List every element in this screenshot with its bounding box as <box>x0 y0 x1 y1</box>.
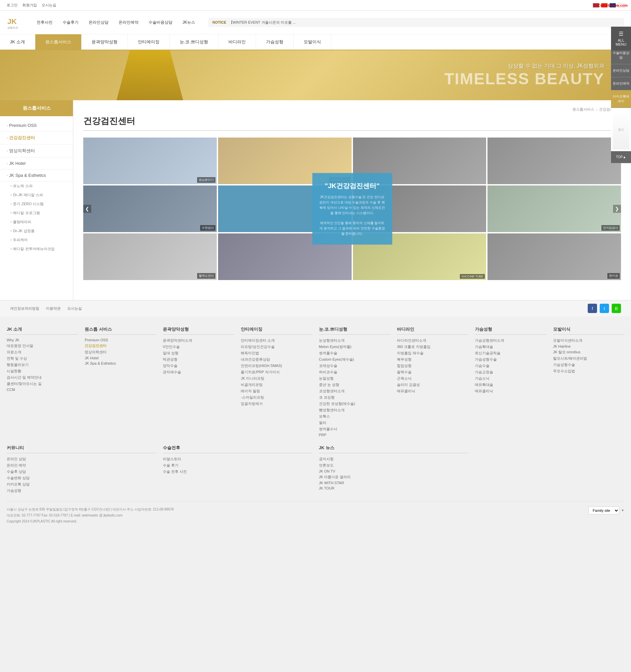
footer-link-health[interactable]: 건강검진센터 <box>84 343 156 348</box>
photo-nav-left[interactable]: ❮ <box>83 205 91 213</box>
footer-facial-4[interactable]: 양악수술 <box>163 363 234 368</box>
footer-link-medical[interactable]: 의료소개 <box>7 350 78 355</box>
footer-link-call-center[interactable]: 콜센터/찾아오시는 길 <box>7 381 78 386</box>
footer-jknews-1[interactable]: 언론보도 <box>319 463 468 468</box>
directions-link[interactable]: 오시는길 <box>42 3 56 8</box>
footer-anti-0[interactable]: 안티에이징센터 소개 <box>241 338 312 343</box>
sidebar-hotel[interactable]: · JK Hotel <box>0 158 73 169</box>
footer-hair-2[interactable]: JK 탈모 omnibus <box>553 350 624 355</box>
footer-anti-5[interactable]: 물기치료/PRP 자가이식 <box>241 369 312 375</box>
register-link[interactable]: 회원가입 <box>22 3 37 8</box>
sidebar-sub-5[interactable]: − Dr-JK 샵정품 <box>0 226 73 235</box>
nav-hair[interactable]: 모발이식 <box>294 34 331 50</box>
footer-body-5[interactable]: 팔목수술 <box>397 369 468 375</box>
footer-link-why-jk[interactable]: Why JK <box>7 338 78 342</box>
footer-link-hours[interactable]: 검사시간 및 예약안내 <box>7 375 78 380</box>
footer-eyes-9[interactable]: 코 코성형 <box>319 395 390 400</box>
footer-eyes-4[interactable]: 코재성수술 <box>319 363 390 368</box>
facebook-icon[interactable]: f <box>588 304 597 313</box>
nav-news[interactable]: JK뉴스 <box>183 20 195 25</box>
footer-breast-5[interactable]: 가슴교정술 <box>475 369 546 375</box>
footer-body-1[interactable]: 360 크롤로 지방흡입 <box>397 344 468 349</box>
nav-reserve[interactable]: 온라인예약 <box>119 20 139 25</box>
nav-breast[interactable]: 가슴성형 <box>256 34 294 50</box>
footer-breast-6[interactable]: 가슴소닉 <box>475 376 546 381</box>
footer-eyes-14[interactable]: 쌍꺼풀수사 <box>319 427 390 432</box>
footer-eyes-10[interactable]: 건강한 코성형(재수술) <box>319 401 390 406</box>
footer-eyes-6[interactable]: 눈알성형 <box>319 376 390 381</box>
footer-community-2[interactable]: 수술후 상담 <box>7 469 156 474</box>
footer-jknews-5[interactable]: JK TOUR <box>319 486 468 490</box>
footer-jknews-2[interactable]: JK ON TV <box>319 469 468 473</box>
twitter-icon[interactable]: t <box>600 304 609 313</box>
sidebar-online-consult[interactable]: 온라인상담 <box>611 64 631 77</box>
footer-breast-3[interactable]: 가슴성형수술 <box>475 357 546 362</box>
footer-link-gallery[interactable]: 행동올리보기 <box>7 362 78 367</box>
footer-body-3[interactable]: 복부성형 <box>397 357 468 362</box>
footer-eyes-7[interactable]: 중년 눈 성형 <box>319 382 390 387</box>
footer-body-8[interactable]: 매유클리닉 <box>397 389 468 393</box>
footer-breast-7[interactable]: 매유확대술 <box>475 382 546 387</box>
footer-facial-3[interactable]: 턱관성형 <box>163 357 234 362</box>
nav-one-stop[interactable]: 원스톱서비스 <box>35 34 81 50</box>
footer-link-director[interactable]: 대표원장 인사말 <box>7 343 78 348</box>
footer-breast-8[interactable]: 매유클리닉 <box>475 389 546 393</box>
footer-hair-5[interactable]: 무모수소입법 <box>553 369 624 374</box>
footer-community-3[interactable]: 수술변화 상담 <box>7 476 156 481</box>
sidebar-health-center[interactable]: · 건강검진센터 <box>0 131 73 145</box>
blog-icon[interactable]: B <box>612 304 621 313</box>
sidebar-online-reserve[interactable]: 온라인예약 <box>611 77 631 90</box>
footer-surgery-0[interactable]: 리얼스토리 <box>163 457 312 461</box>
family-site-dropdown[interactable]: Family site Scalp Care <box>588 506 620 514</box>
footer-breast-2[interactable]: 최신기술공릭술 <box>475 351 546 356</box>
footer-eyes-13[interactable]: 필러 <box>319 420 390 425</box>
footer-link-facility[interactable]: 시설현황 <box>7 369 78 374</box>
footer-terms[interactable]: 이용약관 <box>46 306 60 311</box>
sidebar-sub-1[interactable]: − Dr-JK 메디칼 스파 <box>0 190 73 199</box>
footer-community-5[interactable]: 가슴성형 <box>7 488 156 493</box>
photo-nav-right[interactable]: ❯ <box>613 205 621 213</box>
sidebar-sub-7[interactable]: − 메디칼 컨투어메뉴아크업 <box>0 244 73 254</box>
footer-eyes-12[interactable]: 보톡스 <box>319 414 390 419</box>
footer-hair-1[interactable]: JK Hairline <box>553 344 624 348</box>
footer-eyes-0[interactable]: 눈성형센터소개 <box>319 338 390 343</box>
nav-about[interactable]: JK 소개 <box>0 34 35 50</box>
footer-jknews-3[interactable]: JK 아름다운 갤러리 <box>319 475 468 480</box>
nav-body[interactable]: 바디라인 <box>218 34 256 50</box>
nav-antiaging[interactable]: 안티에이징 <box>128 34 170 50</box>
nav-review[interactable]: 수술후기 <box>63 20 79 25</box>
footer-breast-4[interactable]: 가슴수술 <box>475 363 546 368</box>
footer-community-1[interactable]: 온라인 예약 <box>7 463 156 468</box>
footer-anti-1[interactable]: 리프팅/성인건강수술 <box>241 344 312 349</box>
footer-anti-8[interactable]: 레이저 필링 <box>241 389 312 393</box>
footer-eyes-3[interactable]: Custom Eyes(재수술) <box>319 357 390 362</box>
footer-breast-1[interactable]: 가슴확대술 <box>475 344 546 349</box>
footer-privacy[interactable]: 개인정보처리방침 <box>10 306 39 311</box>
footer-link-hotel[interactable]: JK Hotel <box>84 356 156 360</box>
footer-eyes-5[interactable]: 하비코수술 <box>319 369 390 375</box>
footer-body-2[interactable]: 지방흡입 재수술 <box>397 351 468 356</box>
footer-link-radiology[interactable]: 영상의학센터 <box>84 350 156 355</box>
footer-hair-scalp[interactable]: 가슴성형수술 <box>553 362 624 367</box>
sidebar-sub-3[interactable]: − 메디칼 프로그램 <box>0 209 73 217</box>
footer-facial-0[interactable]: 윤곽양악센터소개 <box>163 338 234 343</box>
footer-link-premium-oss[interactable]: Premium OSS <box>84 338 156 342</box>
footer-jknews-4[interactable]: JK WITH STAR <box>319 481 468 485</box>
footer-link-ccm[interactable]: CCM <box>7 388 78 392</box>
footer-community-0[interactable]: 온라인 상담 <box>7 457 156 461</box>
footer-hair-3[interactable]: 탈모시트/헤어관리법 <box>553 356 624 361</box>
footer-eyes-2[interactable]: 쌍꺼풀수술 <box>319 351 390 356</box>
footer-eyes-8[interactable]: 코성형센터소개 <box>319 389 390 393</box>
footer-anti-6[interactable]: JK 미니리프팅 <box>241 376 312 381</box>
nav-facial[interactable]: 윤곽양악성형 <box>81 34 128 50</box>
footer-link-spa[interactable]: JK Spa & Esthetics <box>84 361 156 365</box>
nav-eyes-nose[interactable]: 눈.코.쁘디성형 <box>170 34 218 50</box>
footer-eyes-15[interactable]: PRP <box>319 433 390 437</box>
footer-anti-10[interactable]: 앞골자방제거 <box>241 401 312 406</box>
footer-anti-3[interactable]: 내과건강증류상담 <box>241 357 312 362</box>
sidebar-kakao[interactable]: 카카오톡메세지 <box>611 90 631 108</box>
nav-cost[interactable]: 수술비용상담 <box>148 20 172 25</box>
footer-anti-2[interactable]: 해독미인법 <box>241 351 312 356</box>
sidebar-sub-4[interactable]: − 풀링테라피 <box>0 217 73 226</box>
footer-surgery-1[interactable]: 수술 후기 <box>163 463 312 468</box>
